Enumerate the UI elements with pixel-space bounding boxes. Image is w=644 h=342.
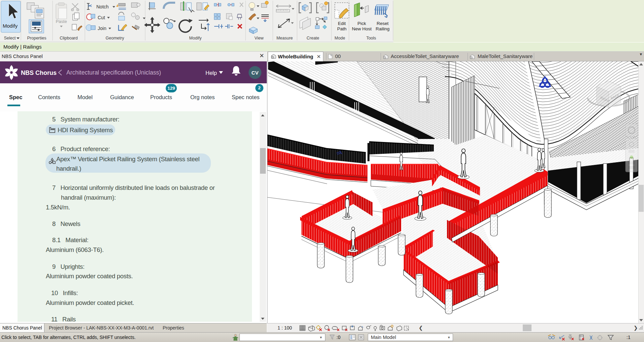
svg-text:NBS Chorus: NBS Chorus bbox=[21, 69, 57, 76]
svg-text:Select: Select bbox=[4, 36, 16, 40]
svg-text:Create: Create bbox=[307, 36, 319, 40]
svg-text:Modify: Modify bbox=[3, 23, 18, 29]
svg-text:Modify: Modify bbox=[189, 36, 202, 40]
svg-text:CV: CV bbox=[252, 70, 259, 76]
svg-text:Architectural specification (U: Architectural specification (Uniclass) bbox=[66, 69, 161, 76]
svg-text:Geometry: Geometry bbox=[106, 36, 125, 40]
svg-text:View: View bbox=[255, 36, 264, 40]
svg-text:Railing: Railing bbox=[376, 26, 389, 31]
svg-text:Cut: Cut bbox=[98, 15, 105, 20]
svg-text:New Host: New Host bbox=[352, 26, 372, 31]
svg-text:Join: Join bbox=[98, 26, 106, 31]
svg-text:Properties: Properties bbox=[27, 36, 46, 40]
svg-text:Path: Path bbox=[337, 26, 347, 31]
svg-text:Edit: Edit bbox=[338, 21, 346, 26]
svg-text:Measure: Measure bbox=[277, 36, 293, 40]
svg-text:Help: Help bbox=[205, 70, 217, 76]
svg-text:Pick: Pick bbox=[357, 21, 366, 26]
svg-text:Clipboard: Clipboard bbox=[60, 36, 78, 40]
svg-text:Paste: Paste bbox=[56, 19, 67, 24]
svg-text:Notch: Notch bbox=[96, 4, 109, 9]
svg-text:Mode: Mode bbox=[334, 36, 345, 40]
svg-text:Tools: Tools bbox=[366, 36, 376, 40]
svg-text:Reset: Reset bbox=[377, 21, 389, 26]
